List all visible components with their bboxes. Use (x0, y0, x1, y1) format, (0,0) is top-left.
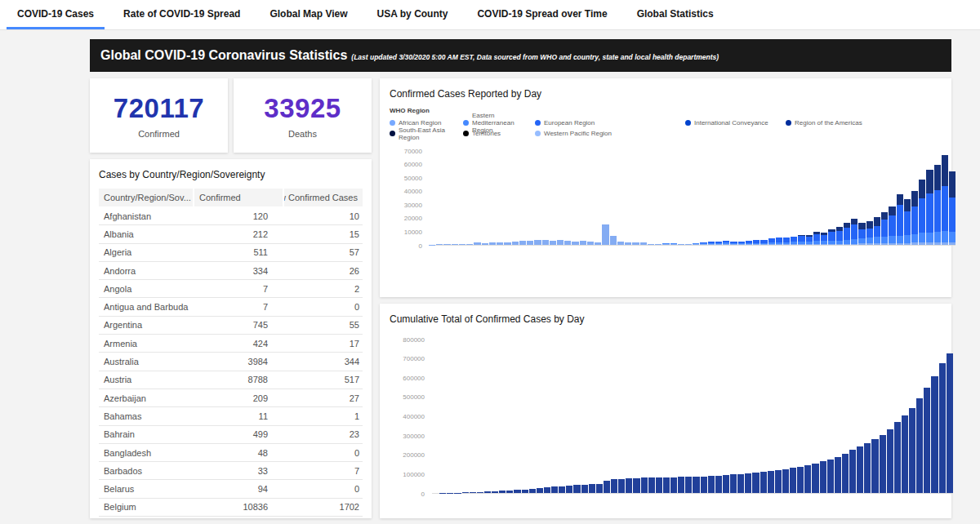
bar-segment (701, 477, 707, 493)
bar-segment (610, 236, 617, 245)
cumulative-bar (566, 486, 572, 493)
daily-bar (949, 171, 956, 245)
bar-segment (942, 155, 948, 186)
legend-row-1: African RegionEastern Mediterranean Regi… (390, 118, 942, 128)
table-row[interactable]: Azerbaijan20927 (99, 389, 363, 407)
daily-bar (466, 244, 473, 245)
table-row[interactable]: Afghanistan12010 (99, 207, 363, 225)
table-row[interactable]: Barbados337 (99, 462, 363, 480)
confirmed-cell: 48 (193, 448, 281, 458)
cumulative-bar (618, 479, 625, 493)
new-confirmed-cell: 23 (281, 429, 363, 439)
bar-segment (573, 485, 580, 493)
table-row[interactable]: Bahamas111 (99, 407, 363, 425)
bar-segment (542, 240, 549, 245)
legend-item-territories[interactable]: Territories (463, 130, 535, 137)
bar-segment (911, 242, 918, 245)
cumulative-bar (544, 487, 550, 493)
table-row[interactable]: Antigua and Barbuda70 (99, 298, 363, 316)
cumulative-bar (857, 446, 863, 493)
table-row[interactable]: Angola72 (99, 280, 363, 298)
cumulative-bar (812, 464, 818, 493)
table-row[interactable]: Argentina74555 (99, 317, 363, 335)
bar-segment (916, 398, 923, 493)
bar-segment (640, 242, 647, 245)
daily-bar (881, 212, 888, 245)
daily-bar (474, 242, 480, 245)
daily-bar (798, 235, 804, 245)
new-confirmed-cell: 1 (281, 411, 363, 421)
cumulative-bar (641, 477, 648, 493)
bar-segment (894, 422, 901, 493)
column-header[interactable]: New Confirmed Cases (284, 189, 363, 206)
legend-swatch-icon (463, 131, 469, 136)
bar-segment (566, 486, 572, 493)
tab-rate-of-covid-19-spread[interactable]: Rate of COVID-19 Spread (113, 0, 251, 29)
legend-item-european-region[interactable]: European Region (535, 119, 685, 127)
y-tick-label: 40000 (404, 188, 422, 195)
confirmed-cell: 7 (193, 284, 281, 294)
new-confirmed-cell: 0 (281, 484, 363, 494)
legend-item-western-pacific-region[interactable]: Western Pacific Region (535, 130, 612, 137)
table-row[interactable]: Bahrain49923 (99, 426, 363, 444)
bar-segment (790, 468, 796, 493)
bar-segment (760, 472, 767, 493)
bar-segment (730, 244, 737, 245)
legend-item-international-conveyance[interactable]: International Conveyance (685, 119, 786, 127)
bar-segment (812, 464, 818, 493)
tab-usa-by-county[interactable]: USA by County (367, 0, 459, 29)
cumulative-bar (864, 443, 871, 493)
bar-segment (752, 473, 759, 493)
cumulative-bar (656, 477, 662, 493)
bar-segment (919, 242, 925, 245)
column-header[interactable]: Country/Region/Sov... (99, 189, 193, 206)
y-tick-label: 500000 (403, 393, 425, 401)
bar-segment (436, 244, 443, 245)
cumulative-bar (685, 477, 692, 493)
legend-swatch-icon (390, 131, 395, 136)
confirmed-cell: 3984 (193, 357, 281, 366)
bar-segment (858, 229, 865, 238)
bar-segment (797, 467, 804, 493)
bar-segment (514, 490, 520, 493)
tab-global-map-view[interactable]: Global Map View (259, 0, 358, 29)
table-row[interactable]: Belgium108361702 (99, 499, 363, 517)
daily-bar (828, 229, 835, 245)
cumulative-cases-plot[interactable]: 0100000200000300000400000500000600000700… (390, 325, 942, 509)
cumulative-bar (887, 429, 893, 493)
bar-segment (828, 244, 835, 245)
tab-global-statistics[interactable]: Global Statistics (626, 0, 724, 29)
cumulative-chart-card: Cumulative Total of Confirmed Cases by D… (380, 304, 951, 518)
legend-item-region-of-the-americas[interactable]: Region of the Americas (786, 119, 862, 127)
tab-covid-19-cases[interactable]: COVID-19 Cases (7, 0, 105, 29)
bar-segment (492, 491, 498, 493)
bar-segment (949, 232, 956, 242)
cumulative-bar (760, 472, 767, 493)
table-row[interactable]: Algeria51157 (99, 244, 363, 262)
table-row[interactable]: Bangladesh480 (99, 444, 363, 462)
bar-segment (934, 190, 941, 232)
daily-cases-plot[interactable]: 010000200003000040000500006000070000 (390, 139, 942, 286)
bar-segment (745, 473, 751, 493)
table-row[interactable]: Albania21215 (99, 225, 363, 243)
daily-bar (776, 238, 782, 245)
cumulative-bar (611, 479, 617, 493)
table-row[interactable]: Austria8788517 (99, 371, 363, 389)
bar-segment (836, 231, 843, 241)
cumulative-bar (678, 477, 684, 493)
table-row[interactable]: Belarus940 (99, 480, 363, 498)
column-header[interactable]: Confirmed (194, 189, 283, 206)
bar-segment (881, 220, 888, 238)
table-row[interactable]: Australia3984344 (99, 353, 363, 371)
bar-segment (866, 243, 873, 245)
y-tick-label: 60000 (404, 161, 422, 168)
cumulative-bar (663, 477, 670, 493)
bar-segment (851, 219, 858, 224)
tab-covid-19-spread-over-time[interactable]: COVID-19 Spread over Time (466, 0, 617, 29)
bar-segment (482, 243, 488, 245)
daily-bar (844, 223, 850, 245)
daily-bar (587, 242, 594, 245)
table-row[interactable]: Andorra33426 (99, 262, 363, 280)
bar-segment (926, 242, 933, 245)
table-row[interactable]: Armenia42417 (99, 335, 363, 353)
